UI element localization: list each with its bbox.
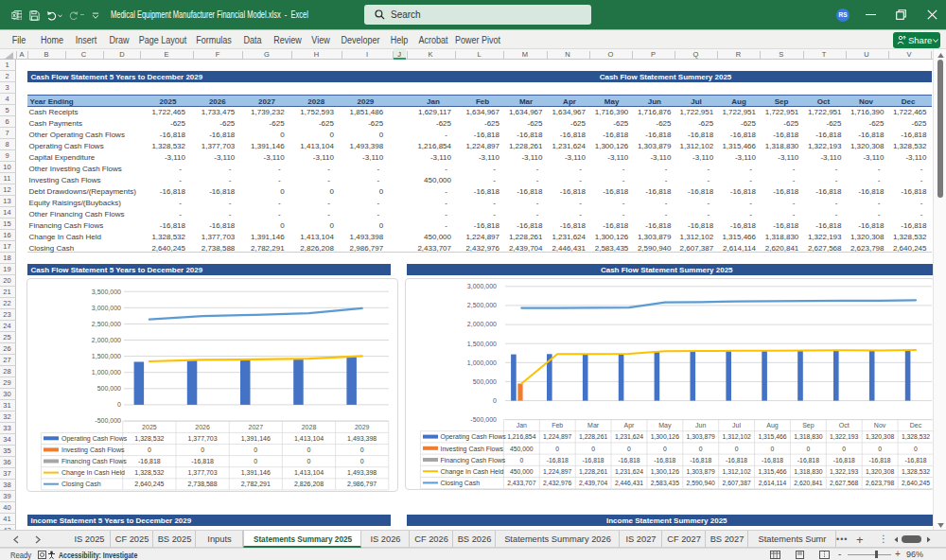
svg-text:-16,818: -16,818 bbox=[191, 458, 214, 464]
svg-text:1,300,126: 1,300,126 bbox=[651, 468, 679, 475]
svg-text:1,328,532: 1,328,532 bbox=[134, 435, 164, 442]
svg-text:2,000,000: 2,000,000 bbox=[467, 321, 497, 327]
svg-text:-16,818: -16,818 bbox=[762, 457, 783, 464]
svg-text:2025: 2025 bbox=[142, 424, 157, 430]
svg-text:Investing Cash Flows: Investing Cash Flows bbox=[441, 446, 504, 453]
svg-text:0: 0 bbox=[878, 446, 882, 452]
svg-text:-16,818: -16,818 bbox=[797, 457, 819, 464]
svg-text:1,322,193: 1,322,193 bbox=[830, 468, 858, 475]
svg-text:2026: 2026 bbox=[195, 424, 210, 430]
svg-text:1,493,398: 1,493,398 bbox=[347, 435, 377, 442]
svg-text:1,413,104: 1,413,104 bbox=[294, 469, 324, 476]
svg-text:Financing Cash Flows: Financing Cash Flows bbox=[61, 458, 127, 465]
svg-text:2,439,704: 2,439,704 bbox=[579, 480, 607, 486]
svg-text:0: 0 bbox=[148, 446, 151, 453]
svg-text:0: 0 bbox=[699, 446, 703, 452]
svg-text:2,826,208: 2,826,208 bbox=[294, 481, 324, 487]
svg-text:1,500,000: 1,500,000 bbox=[467, 341, 497, 347]
svg-text:1,303,879: 1,303,879 bbox=[687, 433, 715, 440]
svg-text:2028: 2028 bbox=[302, 424, 317, 430]
svg-text:-16,818: -16,818 bbox=[138, 458, 161, 464]
svg-text:1,500,000: 1,500,000 bbox=[92, 353, 121, 359]
svg-text:Apr: Apr bbox=[624, 422, 636, 429]
svg-text:Closing Cash: Closing Cash bbox=[441, 480, 481, 487]
svg-text:500,000: 500,000 bbox=[473, 378, 497, 385]
svg-text:-500,000: -500,000 bbox=[470, 416, 497, 423]
svg-text:0: 0 bbox=[117, 401, 121, 408]
svg-text:450,000: 450,000 bbox=[510, 446, 534, 452]
svg-text:-16,818: -16,818 bbox=[654, 457, 675, 464]
svg-text:Jul: Jul bbox=[732, 422, 741, 429]
svg-text:Change In Cash Held: Change In Cash Held bbox=[61, 469, 125, 477]
svg-text:0: 0 bbox=[842, 446, 846, 452]
svg-text:-16,818: -16,818 bbox=[583, 457, 604, 464]
svg-text:2,433,707: 2,433,707 bbox=[507, 480, 535, 486]
svg-text:0: 0 bbox=[807, 446, 811, 452]
svg-text:0: 0 bbox=[771, 446, 775, 452]
svg-text:1,318,830: 1,318,830 bbox=[794, 433, 822, 440]
svg-text:2,000,000: 2,000,000 bbox=[92, 337, 121, 343]
svg-text:2,607,387: 2,607,387 bbox=[722, 480, 750, 486]
svg-text:0: 0 bbox=[201, 446, 204, 453]
svg-text:Sep: Sep bbox=[802, 422, 815, 429]
svg-text:0: 0 bbox=[627, 446, 631, 452]
svg-text:1,377,703: 1,377,703 bbox=[188, 435, 218, 442]
svg-text:0: 0 bbox=[307, 446, 311, 453]
svg-text:1,224,897: 1,224,897 bbox=[543, 433, 571, 440]
svg-text:1,413,104: 1,413,104 bbox=[294, 435, 324, 442]
svg-text:Aug: Aug bbox=[766, 422, 779, 429]
svg-text:1,231,624: 1,231,624 bbox=[615, 433, 643, 440]
svg-text:-16,818: -16,818 bbox=[904, 457, 926, 464]
svg-text:Investing Cash Flows: Investing Cash Flows bbox=[61, 446, 125, 454]
svg-text:1,328,532: 1,328,532 bbox=[902, 433, 930, 440]
svg-text:1,312,102: 1,312,102 bbox=[722, 468, 750, 475]
svg-text:1,300,126: 1,300,126 bbox=[651, 433, 679, 440]
svg-text:2,640,245: 2,640,245 bbox=[902, 480, 930, 486]
svg-text:Dec: Dec bbox=[910, 422, 922, 429]
svg-text:2,640,245: 2,640,245 bbox=[134, 481, 164, 487]
svg-text:2,627,568: 2,627,568 bbox=[830, 480, 858, 486]
svg-text:3,000,000: 3,000,000 bbox=[467, 283, 497, 289]
svg-text:Mar: Mar bbox=[587, 422, 600, 429]
svg-text:1,318,830: 1,318,830 bbox=[794, 468, 822, 475]
svg-text:1,000,000: 1,000,000 bbox=[467, 359, 497, 366]
svg-text:2,432,976: 2,432,976 bbox=[543, 480, 571, 486]
svg-text:-16,818: -16,818 bbox=[869, 457, 891, 464]
svg-text:-16,818: -16,818 bbox=[833, 457, 855, 464]
svg-text:1,328,532: 1,328,532 bbox=[902, 468, 930, 475]
svg-text:2,782,291: 2,782,291 bbox=[241, 481, 271, 487]
svg-text:Jun: Jun bbox=[695, 422, 706, 429]
svg-text:1,231,624: 1,231,624 bbox=[615, 468, 643, 475]
svg-text:1,377,703: 1,377,703 bbox=[188, 469, 218, 476]
svg-text:0: 0 bbox=[493, 397, 497, 404]
svg-text:2,583,435: 2,583,435 bbox=[651, 480, 679, 486]
svg-text:1,328,532: 1,328,532 bbox=[134, 469, 164, 476]
svg-text:2,986,797: 2,986,797 bbox=[347, 481, 377, 487]
svg-text:2,500,000: 2,500,000 bbox=[92, 321, 121, 327]
svg-text:0: 0 bbox=[360, 458, 364, 464]
svg-text:2027: 2027 bbox=[249, 424, 264, 430]
svg-text:Nov: Nov bbox=[874, 422, 886, 429]
svg-text:-16,818: -16,818 bbox=[690, 457, 711, 464]
svg-text:2,446,431: 2,446,431 bbox=[615, 480, 643, 486]
svg-text:Oct: Oct bbox=[839, 422, 850, 429]
svg-text:1,216,854: 1,216,854 bbox=[507, 433, 535, 440]
svg-text:0: 0 bbox=[360, 446, 364, 453]
svg-text:2,500,000: 2,500,000 bbox=[467, 302, 497, 308]
svg-text:2,623,798: 2,623,798 bbox=[866, 480, 894, 486]
svg-text:Jan: Jan bbox=[517, 422, 527, 429]
svg-text:2,738,588: 2,738,588 bbox=[188, 481, 218, 487]
svg-text:1,322,193: 1,322,193 bbox=[830, 433, 858, 440]
svg-text:1,391,146: 1,391,146 bbox=[241, 435, 271, 442]
svg-text:-500,000: -500,000 bbox=[95, 417, 121, 424]
svg-text:3,500,000: 3,500,000 bbox=[92, 289, 121, 295]
svg-text:1,320,308: 1,320,308 bbox=[866, 468, 894, 475]
svg-text:Operating Cash Flows: Operating Cash Flows bbox=[61, 435, 128, 443]
svg-text:3,000,000: 3,000,000 bbox=[92, 305, 121, 311]
svg-text:500,000: 500,000 bbox=[97, 385, 121, 392]
svg-text:0: 0 bbox=[663, 446, 667, 452]
svg-text:2029: 2029 bbox=[355, 424, 370, 430]
svg-text:2,590,940: 2,590,940 bbox=[687, 480, 715, 486]
svg-text:0: 0 bbox=[519, 457, 523, 464]
svg-text:Feb: Feb bbox=[552, 422, 563, 429]
